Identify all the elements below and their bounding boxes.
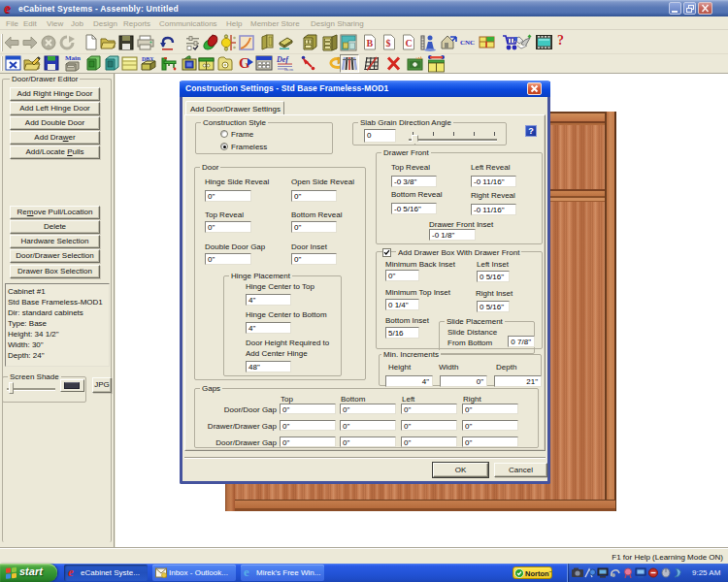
svg-text:$: $ [386,38,391,48]
svg-text:Item: Item [284,67,293,72]
svg-text:C: C [406,38,413,48]
svg-text:Def: Def [276,55,289,64]
svg-text:B: B [367,38,374,48]
